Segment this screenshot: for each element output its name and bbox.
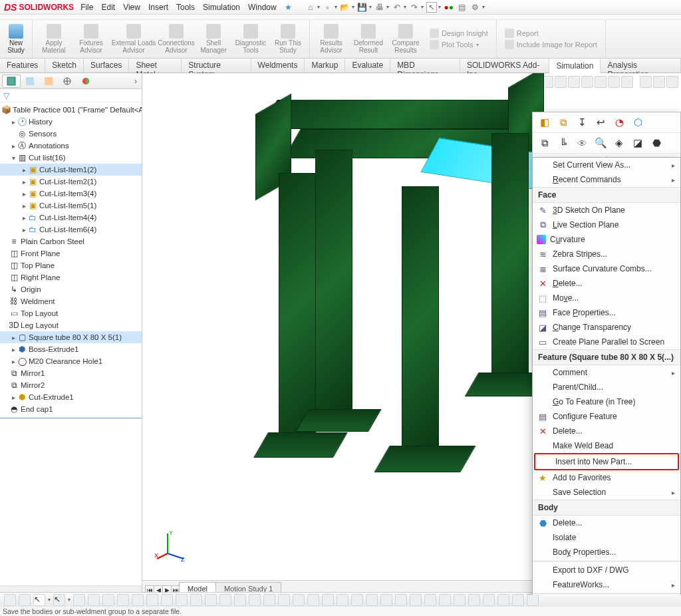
node-leg-layout[interactable]: Leg Layout — [21, 321, 59, 329]
ctx-body-icon[interactable]: ⬣ — [650, 136, 663, 150]
traffic-light-icon[interactable]: ●● — [444, 2, 454, 13]
ctx-back-icon[interactable]: ↩ — [594, 116, 607, 129]
ctx-transparency-icon[interactable]: ◪ — [631, 136, 644, 150]
menu-file[interactable]: File — [80, 3, 93, 12]
tab-addins[interactable]: SOLIDWORKS Add-Ins — [460, 59, 549, 73]
cm-body-delete[interactable]: ⬣Delete... — [533, 516, 680, 530]
tab-simulation[interactable]: Simulation — [549, 59, 601, 73]
undo-icon[interactable]: ↶ — [392, 2, 402, 13]
panel-overflow-icon[interactable]: › — [134, 77, 140, 86]
cm-set-current-view[interactable]: Set Current View As...▸ — [533, 158, 680, 172]
cm-export-dxf[interactable]: Export to DXF / DWG — [533, 563, 680, 577]
tab-mbd-dimensions[interactable]: MBD Dimensions — [390, 59, 460, 73]
node-endcap[interactable]: End cap1 — [21, 405, 53, 413]
ctx-sketch-icon[interactable]: ╚ — [557, 136, 570, 150]
cm-recent-commands[interactable]: Recent Commands▸ — [533, 172, 680, 187]
cm-configure-feature[interactable]: ▤Configure Feature — [533, 409, 680, 424]
node-m20[interactable]: M20 Clearance Hole1 — [29, 357, 102, 365]
node-annotations[interactable]: Annotations — [29, 142, 69, 150]
tab-structure-system[interactable]: Structure System — [182, 59, 251, 73]
node-cut3[interactable]: Cut-List-Item3(4) — [39, 190, 96, 198]
ctx-feature-icon[interactable]: ◈ — [613, 136, 626, 150]
home-icon[interactable]: ⌂ — [305, 2, 316, 13]
cm-goto-feature[interactable]: Go To Feature (in Tree) — [533, 394, 680, 409]
node-mirror1[interactable]: Mirror1 — [21, 369, 45, 377]
node-square-tube[interactable]: Square tube 80 X 80 X 5(1) — [29, 333, 122, 341]
cm-comment[interactable]: Comment▸ — [533, 365, 680, 380]
cm-insert-into-new-part[interactable]: Insert into New Part... — [535, 454, 678, 469]
cm-save-selection[interactable]: Save Selection▸ — [533, 485, 680, 500]
cm-live-section[interactable]: ⧉Live Section Plane — [533, 218, 680, 232]
realview-icon[interactable] — [666, 76, 678, 88]
node-weldment[interactable]: Weldment — [21, 297, 55, 305]
ctx-sketch-style-icon[interactable]: ⧉ — [557, 116, 570, 129]
cm-3d-sketch[interactable]: ✎3D Sketch On Plane — [533, 203, 680, 218]
ctx-select-other-icon[interactable]: ⧉ — [538, 136, 551, 150]
ctx-zoom-icon[interactable]: 🔍 — [594, 136, 607, 150]
node-right-plane[interactable]: Right Plane — [21, 273, 60, 281]
menu-window[interactable]: Window — [248, 3, 277, 12]
cm-delete-face[interactable]: ✕Delete... — [533, 276, 680, 291]
cm-add-favorites[interactable]: ★Add to Favorites — [533, 470, 680, 485]
scene-icon[interactable] — [640, 76, 652, 88]
node-sensors[interactable]: Sensors — [29, 130, 57, 138]
gear-icon[interactable]: ⚙ — [470, 2, 481, 13]
tab-markup[interactable]: Markup — [305, 59, 345, 73]
property-manager-tab[interactable] — [21, 75, 39, 88]
menu-insert[interactable]: Insert — [148, 3, 168, 12]
redo-icon[interactable]: ↷ — [409, 2, 420, 13]
tree-root[interactable]: Table Practice 001 ("Frame" Default<As M — [13, 106, 142, 114]
graphics-viewport[interactable]: Y X Z ⏮ ◀ ▶ ⏭ Model Motion Study 1 ◧ ⧉ ↧… — [142, 73, 681, 595]
open-icon[interactable]: 📂 — [340, 2, 350, 13]
node-cut2[interactable]: Cut-List-Item2(1) — [39, 178, 96, 186]
cm-featureworks[interactable]: FeatureWorks...▸ — [533, 577, 680, 592]
node-cutlist[interactable]: Cut list(16) — [29, 154, 66, 162]
ctx-hide-icon[interactable]: 👁 — [575, 136, 589, 150]
cm-change-transparency[interactable]: ◪Change Transparency — [533, 320, 680, 335]
node-top-layout[interactable]: Top Layout — [21, 309, 58, 317]
ctx-mate-icon[interactable]: ⬡ — [631, 116, 644, 129]
feature-manager-tab[interactable] — [2, 75, 21, 88]
tab-sheet-metal[interactable]: Sheet Metal — [129, 59, 182, 73]
filter-icon[interactable]: ▽ — [3, 91, 9, 100]
node-cut1[interactable]: Cut-List-Item1(2) — [39, 166, 96, 174]
display-manager-tab[interactable] — [76, 75, 95, 88]
cm-curvature[interactable]: Curvature — [533, 232, 680, 247]
cm-parent-child[interactable]: Parent/Child... — [533, 380, 680, 394]
tab-evaluate[interactable]: Evaluate — [345, 59, 390, 73]
node-boss-extrude[interactable]: Boss-Extrude1 — [29, 345, 78, 353]
save-icon[interactable]: 💾 — [357, 2, 368, 13]
menu-tools[interactable]: Tools — [176, 3, 195, 12]
tab-features[interactable]: Features — [0, 59, 45, 73]
node-front-plane[interactable]: Front Plane — [21, 249, 60, 257]
node-cut6[interactable]: Cut-List-Item6(4) — [39, 226, 96, 233]
cm-plane-parallel[interactable]: ▭Create Plane Parallel to Screen — [533, 335, 680, 349]
bb-select-icon[interactable]: ↖ — [33, 594, 45, 606]
cm-face-properties[interactable]: ▤Face Properties... — [533, 305, 680, 320]
cm-body-properties[interactable]: Body Properties... — [533, 545, 680, 559]
tab-surfaces[interactable]: Surfaces — [84, 59, 129, 73]
cm-zebra[interactable]: ≋Zebra Stripes... — [533, 247, 680, 261]
select-icon[interactable]: ↖ — [426, 2, 437, 13]
menu-edit[interactable]: Edit — [101, 3, 115, 12]
cm-delete-feature[interactable]: ✕Delete... — [533, 424, 680, 438]
ctx-normal-to-icon[interactable]: ↧ — [575, 116, 589, 129]
tab-analysis-prep[interactable]: Analysis Preparation — [601, 59, 681, 73]
node-mirror2[interactable]: Mirror2 — [21, 381, 45, 389]
cm-surface-combs[interactable]: ≣Surface Curvature Combs... — [533, 261, 680, 276]
bb-select2-icon[interactable]: ↖ — [53, 594, 65, 606]
node-cut5[interactable]: Cut-List-Item5(1) — [39, 202, 96, 210]
menu-view[interactable]: View — [123, 3, 140, 12]
bb-icon[interactable] — [19, 594, 31, 606]
view-settings-icon[interactable] — [653, 76, 665, 88]
feature-tree[interactable]: 📦Table Practice 001 ("Frame" Default<As … — [0, 102, 142, 585]
node-top-plane[interactable]: Top Plane — [21, 261, 55, 269]
new-study-button[interactable]: New Study — [3, 21, 29, 57]
bb-icon[interactable] — [4, 594, 16, 606]
node-history[interactable]: History — [29, 118, 53, 126]
configuration-manager-tab[interactable] — [39, 75, 58, 88]
node-origin[interactable]: Origin — [21, 285, 41, 293]
tab-weldments[interactable]: Weldments — [251, 59, 305, 73]
cm-make-weld-bead[interactable]: Make Weld Bead — [533, 438, 680, 453]
tab-sketch[interactable]: Sketch — [45, 59, 84, 73]
